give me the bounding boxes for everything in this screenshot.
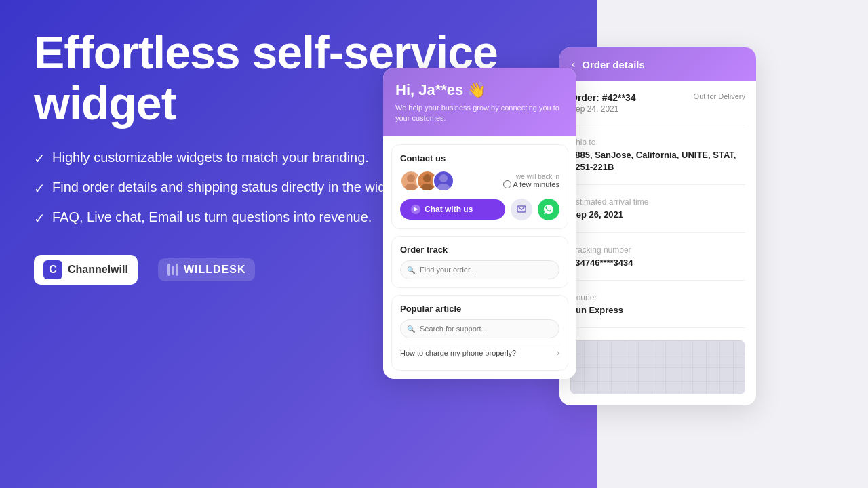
order-search-wrap: 🔍 <box>400 260 559 279</box>
channelwill-brand: C Channelwill <box>34 255 138 285</box>
back-button[interactable]: ‹ <box>572 58 575 70</box>
svg-point-1 <box>405 184 417 190</box>
article-search-icon: 🔍 <box>407 325 415 332</box>
order-id: Order: #42**34 <box>570 92 636 103</box>
widget-container: Hi, Ja**es 👋 We help your business grow … <box>383 68 576 379</box>
contact-row: we will back in A few minutes <box>400 170 559 192</box>
courier-label: Courier <box>570 293 745 302</box>
order-widget: ‹ Order details Order: #42**34 Out for D… <box>559 47 756 405</box>
ship-to-value: 1885, SanJose, California, UNITE, STAT, … <box>570 149 745 174</box>
svg-point-5 <box>437 184 450 190</box>
willdesk-bar-1 <box>167 264 170 276</box>
order-id-row: Order: #42**34 Out for Delivery <box>570 92 745 103</box>
popular-article-section: Popular article 🔍 How to charge my phone… <box>391 295 568 371</box>
chat-with-us-button[interactable]: ▶ Chat with us <box>400 199 505 220</box>
order-track-title: Order track <box>400 245 559 255</box>
willdesk-bar-2 <box>172 266 174 275</box>
order-id-section: Order: #42**34 Out for Delivery Sep 24, … <box>570 92 745 125</box>
send-icon: ▶ <box>411 205 420 214</box>
article-item[interactable]: How to charge my phone properly? › <box>400 344 559 362</box>
article-search-wrap: 🔍 <box>400 319 559 338</box>
article-arrow-icon: › <box>557 348 559 358</box>
checkmark-icon-2: ✓ <box>34 179 45 198</box>
svg-point-2 <box>423 174 431 182</box>
courier-value: Yun Express <box>570 304 745 317</box>
ship-to-section: Ship to 1885, SanJose, California, UNITE… <box>570 138 745 185</box>
clock-icon <box>503 180 511 188</box>
eta-section: Estimated arrival time Sep 26, 2021 <box>570 197 745 232</box>
avatars <box>400 170 449 192</box>
tracking-label: Tracking number <box>570 245 745 255</box>
chat-greeting: Hi, Ja**es 👋 <box>395 81 564 99</box>
popular-article-title: Popular article <box>400 304 559 314</box>
reply-label: we will back in <box>503 173 559 180</box>
map-grid <box>570 340 745 394</box>
chat-subtext: We help your business grow by connecting… <box>395 103 564 124</box>
feature-item-1: ✓ Highly customizable widgets to match y… <box>34 148 427 168</box>
map-preview <box>570 340 745 394</box>
avatar-3 <box>433 170 454 192</box>
order-header-title: Order details <box>582 59 645 70</box>
chat-widget: Hi, Ja**es 👋 We help your business grow … <box>383 68 576 379</box>
email-button[interactable] <box>511 199 532 220</box>
reply-info: we will back in A few minutes <box>503 173 559 188</box>
contact-title: Contact us <box>400 153 559 163</box>
article-text: How to charge my phone properly? <box>400 349 516 357</box>
order-widget-header: ‹ Order details <box>559 47 756 81</box>
willdesk-label: WILLDESK <box>184 264 246 276</box>
left-panel: Effortless self-service widget ✓ Highly … <box>0 0 597 488</box>
order-search-input[interactable] <box>400 260 559 279</box>
checkmark-icon-1: ✓ <box>34 149 45 168</box>
tracking-value: 634746****3434 <box>570 257 745 269</box>
reply-time: A few minutes <box>503 180 559 188</box>
feature-item-2: ✓ Find order details and shipping status… <box>34 178 427 198</box>
contact-section: Contact us <box>391 144 568 229</box>
checkmark-icon-3: ✓ <box>34 209 45 228</box>
eta-label: Estimated arrival time <box>570 197 745 207</box>
willdesk-icon <box>167 264 178 276</box>
feature-item-3: ✓ FAQ, Live chat, Email us turn question… <box>34 207 427 228</box>
chat-buttons: ▶ Chat with us <box>400 199 559 220</box>
channelwill-icon: C <box>43 260 62 279</box>
order-widget-body: Order: #42**34 Out for Delivery Sep 24, … <box>559 81 756 405</box>
chat-widget-header: Hi, Ja**es 👋 We help your business grow … <box>383 68 576 136</box>
order-track-section: Order track 🔍 <box>391 236 568 288</box>
order-status: Out for Delivery <box>694 92 745 100</box>
eta-value: Sep 26, 2021 <box>570 209 745 221</box>
svg-point-4 <box>439 174 448 182</box>
order-date: Sep 24, 2021 <box>570 104 745 114</box>
courier-section: Courier Yun Express <box>570 293 745 328</box>
willdesk-bar-3 <box>176 264 178 276</box>
channelwill-label: Channelwill <box>68 264 128 276</box>
whatsapp-button[interactable] <box>538 199 559 220</box>
tracking-section: Tracking number 634746****3434 <box>570 245 745 281</box>
svg-point-0 <box>407 174 415 182</box>
ship-to-label: Ship to <box>570 138 745 147</box>
chat-widget-body: Contact us <box>383 136 576 379</box>
order-search-icon: 🔍 <box>407 266 415 273</box>
willdesk-brand: WILLDESK <box>158 258 256 281</box>
svg-point-3 <box>421 184 433 190</box>
article-search-input[interactable] <box>400 319 559 338</box>
